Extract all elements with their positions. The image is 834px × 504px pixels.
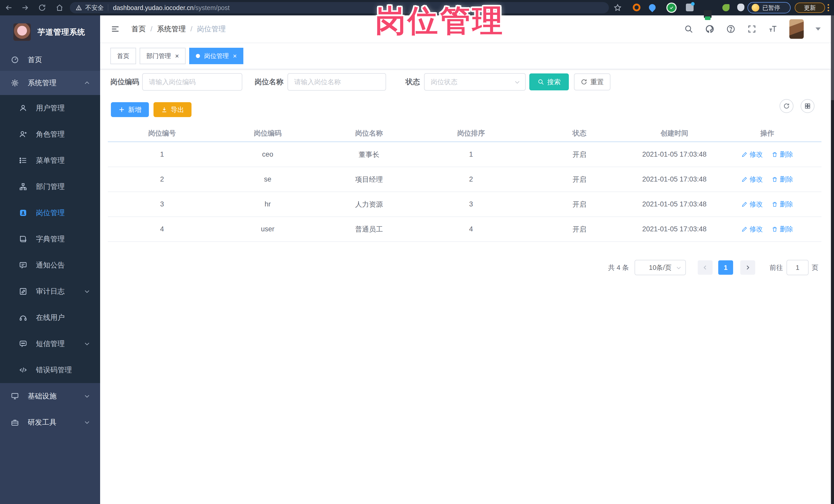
page-size-select[interactable]: 10条/页 <box>635 260 686 275</box>
avatar[interactable] <box>789 19 804 39</box>
sidebar-item-notice[interactable]: 通知公告 <box>0 252 100 278</box>
cell-created-time: 2021-01-05 17:03:48 <box>636 175 713 183</box>
current-page-button[interactable]: 1 <box>718 260 733 275</box>
paused-extension-badge[interactable]: 已暂停 <box>747 2 791 13</box>
tab-label: 部门管理 <box>146 52 171 60</box>
delete-link[interactable]: 删除 <box>772 175 793 184</box>
sidebar-item-dict[interactable]: 字典管理 <box>0 226 100 252</box>
security-label[interactable]: 不安全 <box>85 4 104 12</box>
sidebar-item-roles[interactable]: 角色管理 <box>0 121 100 147</box>
fullscreen-icon[interactable] <box>747 24 756 34</box>
sidebar-item-sms[interactable]: 短信管理 <box>0 331 100 357</box>
reset-button[interactable]: 重置 <box>574 73 610 90</box>
font-size-icon[interactable] <box>768 24 777 34</box>
sidebar-item-posts[interactable]: 岗位管理 <box>0 200 100 226</box>
column-settings-button[interactable] <box>800 99 814 113</box>
sidebar-item-audit-log[interactable]: 审计日志 <box>0 278 100 305</box>
star-icon[interactable] <box>614 4 622 12</box>
trash-icon <box>772 176 778 182</box>
cell-post-sort: 3 <box>419 200 523 208</box>
sidebar-item-label: 字典管理 <box>36 234 65 244</box>
back-icon[interactable] <box>5 4 13 12</box>
sidebar-item-home[interactable]: 首页 <box>0 49 100 71</box>
scrollbar-thumb[interactable] <box>831 16 834 100</box>
status-select-input[interactable] <box>424 73 526 91</box>
search-icon <box>537 79 544 85</box>
post-code-input[interactable] <box>142 73 242 91</box>
reload-icon[interactable] <box>38 4 46 12</box>
address-bar[interactable]: 不安全 dashboard.yudao.iocoder.cn /system/p… <box>70 2 609 13</box>
extension-figure-icon[interactable] <box>737 4 744 11</box>
close-icon[interactable]: × <box>233 52 237 59</box>
warning-icon <box>75 4 82 11</box>
search-button[interactable]: 搜索 <box>529 73 569 90</box>
edit-link[interactable]: 修改 <box>741 225 763 234</box>
url-path[interactable]: /system/post <box>194 4 229 12</box>
kebab-menu-icon[interactable] <box>828 4 829 11</box>
home-icon[interactable] <box>56 4 64 12</box>
cell-post-code: user <box>216 225 319 233</box>
delete-link[interactable]: 删除 <box>772 200 793 209</box>
extension-check-icon[interactable] <box>667 4 676 12</box>
sidebar-item-infra[interactable]: 基础设施 <box>0 383 100 409</box>
search-icon[interactable] <box>684 24 693 34</box>
check-icon <box>669 5 674 10</box>
edit-link[interactable]: 修改 <box>741 200 763 209</box>
sidebar-item-depts[interactable]: 部门管理 <box>0 174 100 200</box>
post-name-label: 岗位名称 <box>255 77 283 87</box>
cell-post-sort: 2 <box>419 175 523 183</box>
close-icon[interactable]: × <box>175 52 179 59</box>
sidebar-item-online-users[interactable]: 在线用户 <box>0 305 100 331</box>
caret-down-icon[interactable] <box>815 27 821 30</box>
tab-label: 岗位管理 <box>204 52 229 60</box>
delete-link[interactable]: 删除 <box>772 225 793 234</box>
hamburger-icon[interactable] <box>110 25 120 34</box>
edit-link[interactable]: 修改 <box>741 175 763 184</box>
github-icon[interactable] <box>705 24 715 34</box>
extension-sprout-icon[interactable] <box>722 4 729 11</box>
breadcrumb-home[interactable]: 首页 <box>131 24 146 34</box>
status-select[interactable] <box>424 73 526 91</box>
extension-dark-icon[interactable] <box>704 10 711 18</box>
delete-link[interactable]: 删除 <box>772 150 793 159</box>
add-button[interactable]: 新增 <box>111 102 149 117</box>
post-name-input[interactable] <box>287 73 386 91</box>
breadcrumb-system[interactable]: 系统管理 <box>157 24 186 34</box>
prev-page-button[interactable] <box>698 260 712 275</box>
browser-update-button[interactable]: 更新 <box>795 3 825 13</box>
breadcrumb-separator: / <box>191 25 193 33</box>
help-icon[interactable] <box>726 24 736 34</box>
tab-dept[interactable]: 部门管理 × <box>140 48 185 64</box>
sidebar-item-menus[interactable]: 菜单管理 <box>0 147 100 174</box>
next-page-button[interactable] <box>740 260 755 275</box>
cell-post-name: 董事长 <box>319 150 419 159</box>
export-button[interactable]: 导出 <box>154 102 192 117</box>
chevron-down-icon <box>84 288 90 295</box>
sidebar-item-label: 审计日志 <box>36 287 65 296</box>
org-tree-icon <box>19 182 27 191</box>
scrollbar[interactable] <box>831 16 834 504</box>
goto-page-input[interactable] <box>787 260 809 275</box>
tab-home[interactable]: 首页 <box>110 48 136 64</box>
main-content: 岗位编码 岗位名称 状态 搜索 重置 新增 导出 <box>100 69 831 504</box>
refresh-icon <box>580 79 587 85</box>
app-logo-row[interactable]: 芋道管理系统 <box>0 16 100 49</box>
extension-sliders-icon[interactable] <box>686 4 694 11</box>
url-domain[interactable]: dashboard.yudao.iocoder.cn <box>113 4 194 12</box>
forward-icon[interactable] <box>21 4 29 12</box>
sidebar-item-users[interactable]: 用户管理 <box>0 95 100 121</box>
extension-orange-icon[interactable] <box>633 4 640 11</box>
table-toolbar: 新增 导出 <box>111 102 831 117</box>
sidebar-item-label: 通知公告 <box>36 260 65 270</box>
sidebar-item-error-codes[interactable]: 错误码管理 <box>0 357 100 383</box>
sidebar-item-system[interactable]: 系统管理 <box>0 71 100 95</box>
cell-post-code: hr <box>216 200 319 208</box>
audit-log-icon <box>19 287 27 295</box>
extension-pin-icon[interactable] <box>648 3 657 12</box>
sidebar-item-devtools[interactable]: 研发工具 <box>0 409 100 435</box>
emoji-icon <box>752 4 759 12</box>
gear-icon <box>11 79 19 87</box>
refresh-table-button[interactable] <box>780 99 793 113</box>
tab-post[interactable]: 岗位管理 × <box>189 48 243 64</box>
edit-link[interactable]: 修改 <box>741 150 763 159</box>
